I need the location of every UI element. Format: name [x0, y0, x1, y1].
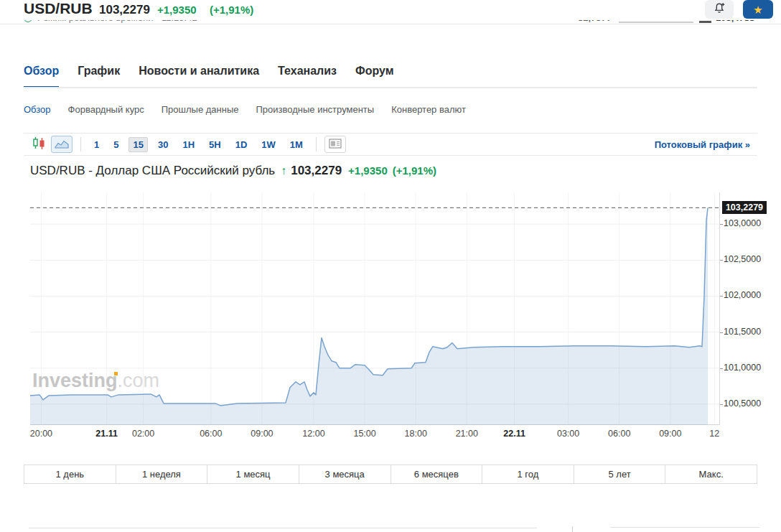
y-axis-label: 102,5000: [724, 254, 761, 264]
x-axis-label: 22.11: [493, 429, 536, 439]
toolbar-separator: [316, 137, 317, 151]
section-divider: [610, 527, 759, 528]
chart-card: 1 5 15 30 1H 5H 1D 1W 1M: [24, 133, 757, 484]
x-axis-label: 03:00: [547, 429, 590, 439]
y-axis-label: 102,0000: [724, 290, 761, 300]
chart-change-percent: (+1,91%): [393, 164, 436, 177]
candlestick-icon: [31, 136, 47, 153]
tab-overview[interactable]: Обзор: [24, 65, 59, 88]
subnav-overview[interactable]: Обзор: [24, 104, 51, 115]
y-axis-label: 101,5000: [724, 327, 761, 337]
subnav-historical-data[interactable]: Прошлые данные: [162, 104, 239, 115]
x-axis-label: 12:00: [292, 429, 335, 439]
timeframe-30[interactable]: 30: [154, 137, 172, 152]
tab-chart[interactable]: График: [78, 65, 120, 88]
symbol-price-row: USD/RUB 103,2279 +1,9350 (+1,91%) ★: [0, 0, 781, 20]
period-max[interactable]: Макс.: [665, 465, 757, 484]
tab-news-analytics[interactable]: Новости и аналитика: [139, 65, 259, 88]
chart-title: USD/RUB - Доллар США Российский рубль: [30, 164, 275, 178]
y-axis-tick: [720, 404, 723, 405]
subnav-forward-rates[interactable]: Форвардный курс: [68, 104, 144, 115]
x-axis-label: 02:00: [122, 429, 165, 439]
y-axis-label: 103,0000: [724, 218, 761, 228]
section-divider-tick: [572, 526, 573, 532]
period-1-month[interactable]: 1 месяц: [207, 465, 299, 484]
x-axis-label: 18:00: [394, 429, 437, 439]
timeframe-1d[interactable]: 1D: [231, 137, 252, 152]
timeframe-15[interactable]: 15: [128, 137, 147, 152]
period-1-week[interactable]: 1 неделя: [116, 465, 208, 484]
timeframe-1m[interactable]: 1M: [286, 137, 307, 152]
x-axis-label: 15:00: [343, 429, 386, 439]
subnav-derivatives[interactable]: Производные инструменты: [256, 104, 374, 115]
timeframe-1w[interactable]: 1W: [257, 137, 280, 152]
up-arrow-icon: ↑: [281, 164, 286, 177]
period-1-day[interactable]: 1 день: [24, 465, 116, 484]
toolbar-separator: [80, 137, 81, 151]
y-axis-tick: [720, 296, 723, 297]
period-3-months[interactable]: 3 месяца: [299, 465, 391, 484]
y-axis-tick: [720, 224, 723, 225]
y-axis-label: 101,0000: [724, 363, 761, 373]
main-tabs: Обзор График Новости и аналитика Теханал…: [24, 65, 757, 88]
y-axis-tick: [720, 260, 723, 261]
x-axis-label: 06:00: [190, 429, 233, 439]
y-axis-tick: [720, 368, 723, 369]
period-buttons: 1 день 1 неделя 1 месяц 3 месяца 6 месяц…: [24, 465, 757, 484]
instrument-header: Режим реального времени · 11:23:41 82,73…: [0, 0, 781, 24]
area-chart-button[interactable]: [51, 136, 73, 153]
y-axis-label: 100,5000: [724, 398, 761, 409]
chart-price: 103,2279: [291, 164, 342, 178]
x-axis-label: 12: [693, 429, 736, 439]
price-change: +1,9350: [157, 4, 197, 16]
section-divider: [29, 528, 537, 528]
period-5-years[interactable]: 5 лет: [574, 465, 666, 484]
timeframe-5[interactable]: 5: [109, 137, 123, 152]
x-axis-label: 20:00: [19, 429, 62, 439]
bell-plus-icon: [714, 2, 726, 17]
chart-change: +1,9350: [348, 164, 388, 177]
current-price-badge: 103,2279: [722, 201, 767, 214]
candlestick-chart-button[interactable]: [31, 136, 47, 153]
news-panel-icon: [329, 139, 342, 151]
range-thumb: [699, 21, 711, 23]
chart-toolbar: 1 5 15 30 1H 5H 1D 1W 1M: [24, 133, 757, 156]
y-axis-tick: [720, 332, 723, 333]
timeframe-5h[interactable]: 5H: [205, 137, 225, 152]
sub-navigation: Обзор Форвардный курс Прошлые данные Про…: [24, 104, 466, 115]
period-6-months[interactable]: 6 месяцев: [390, 465, 483, 484]
news-overlay-button[interactable]: [324, 136, 346, 153]
range-bar: [619, 22, 693, 23]
create-alert-button[interactable]: [705, 0, 734, 19]
symbol-title: USD/RUB: [24, 0, 93, 17]
instrument-overview-page: Режим реального времени · 11:23:41 82,73…: [0, 0, 781, 532]
tab-forum[interactable]: Форум: [355, 65, 394, 88]
last-price: 103,2279: [99, 3, 150, 17]
x-axis-label: 21:00: [445, 429, 488, 439]
subnav-currency-converter[interactable]: Конвертер валют: [391, 104, 466, 115]
streaming-chart-link[interactable]: Потоковый график »: [655, 139, 750, 150]
timeframe-1[interactable]: 1: [90, 137, 103, 152]
price-change-percent: (+1,91%): [210, 4, 253, 16]
tabs-underline: [24, 87, 757, 88]
x-axis-label: 09:00: [240, 429, 284, 439]
chart-plot[interactable]: [30, 192, 720, 425]
x-axis-label: 09:00: [649, 429, 692, 439]
add-to-watchlist-button[interactable]: ★: [743, 0, 773, 19]
period-1-year[interactable]: 1 год: [482, 465, 574, 484]
star-icon: ★: [753, 4, 762, 15]
tab-technical[interactable]: Теханализ: [278, 65, 337, 88]
x-axis-label: 06:00: [598, 429, 641, 439]
area-chart-icon: [55, 139, 69, 151]
timeframe-1h[interactable]: 1H: [178, 137, 199, 152]
chart-title-row: USD/RUB - Доллар США Российский рубль ↑ …: [30, 164, 436, 178]
